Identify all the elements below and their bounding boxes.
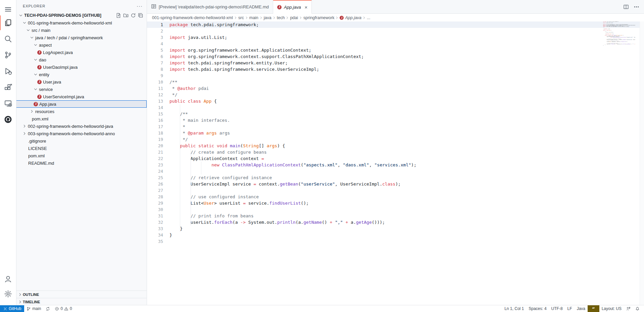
breadcrumb-item[interactable]: tech: [277, 15, 285, 20]
github-icon: [4, 115, 12, 123]
error-icon: [55, 307, 59, 311]
activity-remote-explorer[interactable]: [0, 96, 16, 111]
breadcrumb-item[interactable]: src: [238, 15, 244, 20]
tree-item-service[interactable]: service: [16, 86, 147, 93]
java-file-icon: J: [37, 50, 42, 55]
chevron-down-icon: [18, 13, 23, 18]
activity-extensions[interactable]: [0, 80, 16, 95]
status-problems[interactable]: 00: [52, 305, 74, 312]
status-language-mode[interactable]: Java: [575, 305, 588, 312]
editor-scrollbar[interactable]: [640, 21, 644, 305]
activity-github[interactable]: [0, 112, 16, 127]
activity-run-debug[interactable]: [0, 64, 16, 79]
chevron-right-icon: [245, 16, 249, 20]
chevron-down-icon: [33, 72, 38, 77]
breadcrumb-item[interactable]: java: [264, 15, 271, 20]
java-file-icon: J: [34, 102, 38, 106]
tab-readme-preview[interactable]: [Preview] \realpdai\tech-pdai-spring-dem…: [147, 0, 273, 13]
close-icon[interactable]: ×: [305, 5, 308, 10]
tree-item-entity[interactable]: entity: [16, 71, 147, 78]
activity-accounts[interactable]: [0, 272, 16, 287]
menu-icon: [4, 5, 12, 13]
code-line-25: 25 // retrieve configured instance: [147, 174, 644, 181]
code-editor[interactable]: 1package tech.pdai.springframework; 2 3i…: [147, 21, 644, 305]
status-bar: GitHubmain00 Ln 1, Col 1Spaces: 4UTF-8LF…: [0, 305, 644, 312]
chevron-right-icon: [234, 16, 238, 20]
status-eol[interactable]: LF: [565, 305, 575, 312]
minimap[interactable]: package tech.pdai.springframework; impor…: [603, 21, 635, 52]
tree-item-.gitignore[interactable]: .gitignore: [16, 137, 147, 145]
code-line-29: 29 List<User> userList = service.findUse…: [147, 200, 644, 206]
tree-item-resources[interactable]: resources: [16, 108, 147, 115]
code-line-24: 24: [147, 168, 644, 174]
tree-item-java-tech-pdai-springframework[interactable]: java / tech / pdai / springframework: [16, 34, 147, 41]
tree-item-src-main[interactable]: src / main: [16, 27, 147, 34]
tab-bar: [Preview] \realpdai\tech-pdai-spring-dem…: [147, 0, 644, 14]
tree-item-002-spring-framework-demo-helloworld-java[interactable]: 002-spring-framework-demo-helloworld-jav…: [16, 122, 147, 130]
activity-source-control[interactable]: [0, 48, 16, 62]
breadcrumb-item[interactable]: pdai: [290, 15, 298, 20]
activity-search[interactable]: [0, 32, 16, 46]
editor-group: [Preview] \realpdai\tech-pdai-spring-dem…: [147, 0, 644, 305]
bell-icon: [635, 307, 640, 311]
breadcrumb-item[interactable]: main: [249, 15, 258, 20]
breadcrumb-file[interactable]: App.java: [345, 15, 361, 20]
status-remote-github[interactable]: GitHub: [0, 305, 24, 312]
breadcrumb-item[interactable]: springframework: [303, 15, 334, 20]
activity-settings[interactable]: [0, 287, 16, 301]
status-encoding[interactable]: UTF-8: [549, 305, 565, 312]
tree-item-logaspect.java[interactable]: JLogAspect.java: [16, 49, 147, 56]
tree-item-003-spring-framework-demo-helloworld-anno[interactable]: 003-spring-framework-demo-helloworld-ann…: [16, 130, 147, 137]
code-line-3: 3import java.util.List;: [147, 34, 644, 41]
tree-item-001-spring-framework-demo-helloworld-xml[interactable]: 001-spring-framework-demo-helloworld-xml: [16, 19, 147, 27]
code-line-20: 20 public static void main(String[] args…: [147, 143, 644, 149]
sidebar-title: EXPLORER: [23, 4, 45, 8]
split-editor-icon[interactable]: [623, 4, 629, 10]
tree-item-aspect[interactable]: aspect: [16, 41, 147, 49]
panel-timeline[interactable]: TIMELINE: [16, 298, 147, 305]
file-tree: TECH-PDAI-SPRING-DEMOS [GITHUB]001-sprin…: [16, 12, 147, 167]
collapse-all-icon[interactable]: [138, 13, 143, 18]
settings-icon: [4, 290, 12, 298]
code-line-35: 35: [147, 238, 644, 245]
code-line-31: 31 // print info from beans: [147, 213, 644, 219]
sidebar-more-actions-icon[interactable]: ···: [137, 4, 143, 8]
tree-item-app.java[interactable]: JApp.java: [16, 100, 147, 108]
tree-item-readme.md[interactable]: README.md: [16, 159, 147, 167]
tree-item-dao[interactable]: dao: [16, 56, 147, 63]
status-feedback[interactable]: [624, 305, 633, 312]
status-cursor-position[interactable]: Ln 1, Col 1: [502, 305, 526, 312]
code-line-12: 12 */: [147, 92, 644, 98]
breadcrumb-item[interactable]: 001-spring-framework-demo-helloworld-xml: [152, 15, 233, 20]
new-file-icon[interactable]: [116, 13, 121, 18]
extensions-icon: [4, 83, 12, 91]
code-line-34: 34}: [147, 232, 644, 238]
tree-item-userserviceimpl.java[interactable]: JUserServiceImpl.java: [16, 93, 147, 100]
status-notifications[interactable]: [633, 305, 642, 312]
status-git-branch[interactable]: main: [24, 305, 43, 312]
status-sync-changes[interactable]: [43, 305, 52, 312]
panel-outline[interactable]: OUTLINE: [16, 291, 147, 298]
tree-item-pom.xml[interactable]: pom.xml: [16, 115, 147, 122]
code-line-18: 18 * @param args args: [147, 130, 644, 136]
code-line-17: 17 *: [147, 123, 644, 130]
new-folder-icon[interactable]: [123, 13, 129, 18]
refresh-icon[interactable]: [131, 13, 136, 18]
activity-menu[interactable]: [0, 2, 16, 17]
tree-item-userdaoimpl.java[interactable]: JUserDaoImpl.java: [16, 63, 147, 71]
breadcrumb-symbol-more[interactable]: ...: [367, 15, 370, 20]
tab-app-java[interactable]: JApp.java×: [273, 0, 312, 14]
more-actions-icon[interactable]: [634, 4, 639, 10]
tree-item-tech-pdai-spring-demos-github-[interactable]: TECH-PDAI-SPRING-DEMOS [GITHUB]: [16, 12, 147, 19]
tree-item-pom.xml[interactable]: pom.xml: [16, 152, 147, 159]
status-quote-extension[interactable]: “: [588, 305, 599, 312]
code-line-9: 9: [147, 72, 644, 79]
md-preview-icon: [151, 4, 156, 9]
tree-item-user.java[interactable]: JUser.java: [16, 78, 147, 86]
java-file-icon: J: [340, 16, 344, 20]
chevron-right-icon: [272, 16, 276, 20]
status-keyboard-layout[interactable]: Layout: US: [599, 305, 624, 312]
tree-item-license[interactable]: LICENSE: [16, 145, 147, 152]
status-indentation[interactable]: Spaces: 4: [526, 305, 549, 312]
activity-explorer[interactable]: [0, 15, 16, 30]
